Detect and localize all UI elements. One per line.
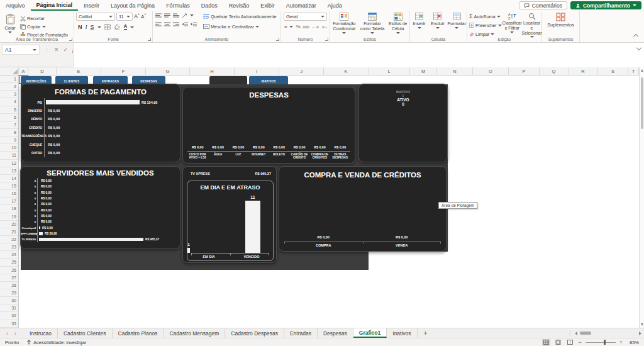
row-header[interactable]: 27 [0,274,18,282]
row-header[interactable]: 30 [0,297,18,304]
hscroll-left-icon[interactable] [575,332,577,335]
row-header[interactable]: 18 [0,205,18,213]
row-header[interactable]: 9 [0,137,18,144]
dialog-launcher-icon[interactable] [69,38,72,41]
add-sheet-button[interactable]: + [418,328,434,338]
column-header[interactable]: I [235,67,279,75]
accessibility-status[interactable]: Acessibilidade: investigar [26,340,86,345]
increase-decimal-icon[interactable]: ←.0 [312,25,319,29]
row-header[interactable]: 8 [0,129,18,137]
align-middle-icon[interactable] [164,13,170,18]
horizontal-scrollbar[interactable] [580,332,636,335]
font-size-select[interactable]: 11 [116,13,133,21]
row-header[interactable]: 1 [0,75,18,83]
align-left-icon[interactable] [155,22,162,27]
row-header[interactable]: 24 [0,251,18,259]
cut-button[interactable]: Recortar [20,14,68,22]
page-layout-view-button[interactable] [554,339,562,346]
row-header[interactable]: 22 [0,236,18,243]
ribbon-tab[interactable]: Arquivo [0,0,31,11]
sheet-tab[interactable]: Cadastro Mensagem [164,328,225,338]
row-header[interactable]: 23 [0,243,18,251]
expenses-panel[interactable]: DESPESAS R$ 0,00R$ 0,00R$ 0,00R$ 0,00R$ … [182,87,355,164]
row-header[interactable]: 20 [0,221,18,228]
row-header[interactable]: 33 [0,320,18,328]
fill-button[interactable]: Preencher [469,21,502,29]
zoom-slider[interactable] [586,342,616,343]
decrease-decimal-icon[interactable]: .0→ [321,25,328,29]
column-header[interactable]: M [410,67,437,75]
underline-button[interactable]: S [91,24,94,30]
align-right-icon[interactable] [173,22,179,27]
grow-font-button[interactable]: A˄ [134,13,140,21]
font-family-select[interactable]: Calibri [76,13,115,21]
currency-format-icon[interactable]: ¤ [284,24,287,30]
column-header[interactable]: T [628,67,639,75]
sheet-tab[interactable]: Cadastro Planos [113,328,164,338]
row-header[interactable]: 11 [0,152,18,159]
column-header[interactable]: F [101,67,146,75]
row-header[interactable]: 29 [0,289,18,297]
scroll-down-icon[interactable] [641,323,643,326]
sheet-tab[interactable]: Despesas [318,328,353,338]
due-status-panel[interactable]: TV XPRESS R$ 965,37 EM DIA E EM ATRASO 1… [182,166,277,263]
row-header[interactable]: 26 [0,267,18,274]
column-header[interactable]: Q [540,67,569,75]
font-color-icon[interactable]: A [124,24,128,30]
align-top-icon[interactable] [155,13,162,18]
ribbon-tab[interactable]: Revisão [223,0,255,11]
sheet-tab[interactable]: Grafico1 [353,328,387,338]
merge-center-button[interactable]: Mesclar e Centralizar [203,23,279,30]
sheet-tab[interactable]: Cadastro Clientes [58,328,113,338]
comments-button[interactable]: Comentários [519,1,567,9]
column-header[interactable]: O [473,67,509,75]
sheet-nav-left-icon[interactable]: ‹ [6,330,8,337]
column-header[interactable]: J [279,67,324,75]
row-header[interactable]: 28 [0,282,18,289]
row-header[interactable]: 10 [0,144,18,152]
decrease-indent-icon[interactable] [182,22,188,27]
column-header[interactable]: L [369,67,410,75]
comma-format-icon[interactable]: 000 [303,25,309,29]
column-header[interactable]: R [569,67,598,75]
row-header[interactable]: 17 [0,198,18,205]
row-header[interactable]: 25 [0,259,18,266]
ribbon-tab[interactable]: Automatizar [280,0,322,11]
column-header[interactable]: A [19,67,28,75]
row-header[interactable]: 15 [0,182,18,190]
zoom-in-button[interactable]: + [619,339,623,345]
column-header[interactable]: S [598,67,628,75]
column-header[interactable]: P [509,67,540,75]
column-header[interactable]: D [28,67,57,75]
row-header[interactable]: 14 [0,175,18,182]
align-center-icon[interactable] [164,22,170,27]
active-inactive-panel[interactable]: INATIVO 0 ATIVO 0 [358,84,448,162]
ribbon-tab[interactable]: Layout da Página [105,0,160,11]
dialog-launcher-icon[interactable] [276,38,279,41]
share-button[interactable]: Compartilhamento [570,1,641,9]
wrap-text-button[interactable]: Quebrar Texto Automaticamente [203,13,279,20]
column-header[interactable]: G [146,67,190,75]
formula-input[interactable] [73,43,644,67]
column-header[interactable]: H [190,67,235,75]
copy-button[interactable]: Copiar [20,23,68,30]
page-break-view-button[interactable] [566,339,574,346]
select-all-corner[interactable] [0,67,19,75]
column-header[interactable]: K [324,67,369,75]
ribbon-tab[interactable]: Exibir [255,0,280,11]
vertical-scrollbar[interactable] [639,67,644,328]
autosum-button[interactable]: Σ AutoSoma [469,13,502,20]
row-header[interactable]: 21 [0,228,18,236]
vertical-scroll-thumb[interactable] [641,77,643,129]
row-header[interactable]: 31 [0,304,18,312]
fill-color-icon[interactable] [114,24,121,30]
percent-format-icon[interactable]: % [296,24,300,30]
sheet-tab[interactable]: Entradas [284,328,318,338]
collapse-ribbon-icon[interactable] [633,34,638,39]
ribbon-tab[interactable]: Dados [196,0,223,11]
zoom-out-button[interactable]: − [578,339,581,345]
zoom-slider-thumb[interactable] [604,340,606,345]
shrink-font-button[interactable]: A˅ [141,13,146,21]
row-header[interactable]: 2 [0,83,18,91]
paste-button[interactable]: Colar [0,12,20,38]
